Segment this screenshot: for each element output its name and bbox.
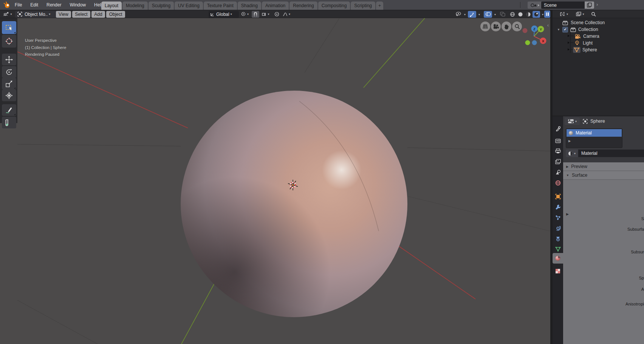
- tab-scene[interactable]: [553, 167, 563, 177]
- axis-ball-negz[interactable]: [532, 40, 537, 45]
- gizmo-dropdown-chevron[interactable]: ▾: [478, 13, 480, 16]
- new-scene-button[interactable]: [585, 2, 594, 9]
- camera-view-button[interactable]: [491, 22, 501, 31]
- slot-list-expander[interactable]: ▶: [568, 139, 571, 143]
- material-browse-button[interactable]: ▾: [566, 150, 578, 157]
- tab-texture[interactable]: [553, 266, 563, 276]
- editor-type-properties-button[interactable]: ▾: [565, 117, 580, 125]
- tab-object[interactable]: [553, 191, 563, 201]
- outliner-row-sphere[interactable]: Sphere: [553, 46, 644, 53]
- region-collapse-chevron[interactable]: ‹: [547, 23, 549, 28]
- tab-layout[interactable]: Layout: [101, 2, 122, 10]
- 3d-viewport[interactable]: User Perspective (1) Collection | Sphere…: [0, 18, 550, 344]
- menu-render[interactable]: Render: [42, 2, 65, 8]
- shading-wireframe-button[interactable]: [509, 11, 516, 18]
- tab-render[interactable]: [553, 136, 563, 145]
- tab-particles[interactable]: [553, 213, 563, 222]
- tab-texture-paint[interactable]: Texture Paint: [204, 2, 237, 10]
- collection-checkbox[interactable]: ✔: [562, 27, 568, 32]
- tab-rendering[interactable]: Rendering: [289, 2, 317, 10]
- material-slot-selected[interactable]: Material: [567, 129, 622, 137]
- breadcrumb-object[interactable]: Sphere: [590, 119, 605, 124]
- outliner-search-icon[interactable]: [590, 11, 596, 17]
- active-object-text: (1) Collection | Sphere: [25, 44, 66, 51]
- add-menu-button[interactable]: Add: [91, 11, 105, 18]
- pan-view-button[interactable]: [502, 22, 511, 31]
- tab-sculpting[interactable]: Sculpting: [149, 2, 174, 10]
- tab-compositing[interactable]: Compositing: [318, 2, 350, 10]
- outliner-display-mode-dropdown[interactable]: ▾: [574, 11, 587, 17]
- tab-world[interactable]: [553, 178, 563, 188]
- editor-type-3dview-button[interactable]: ▾: [2, 11, 14, 17]
- blender-window: File Edit Render Window Help Layout Mode…: [0, 0, 644, 344]
- snap-magnet-toggle[interactable]: [252, 11, 259, 18]
- axis-ball-negx[interactable]: [523, 28, 528, 33]
- editor-type-outliner-button[interactable]: ▾: [558, 11, 570, 17]
- tool-select-box[interactable]: [2, 21, 16, 34]
- snap-target-dropdown[interactable]: ▾: [260, 11, 271, 18]
- menu-edit[interactable]: Edit: [26, 2, 42, 8]
- scene-extras-chevron[interactable]: ›: [596, 2, 598, 7]
- surface-node-expander[interactable]: ▶: [566, 212, 569, 216]
- add-workspace-button[interactable]: +: [376, 2, 383, 10]
- axis-ball-negy[interactable]: [525, 40, 530, 45]
- tool-annotate[interactable]: [2, 104, 16, 116]
- pause-render-button[interactable]: [544, 11, 550, 18]
- outliner-row-collection[interactable]: ▼ ✔ Collection: [553, 26, 644, 33]
- shading-solid-button[interactable]: [517, 11, 524, 18]
- proportional-falloff-dropdown[interactable]: ▾: [281, 11, 292, 18]
- tool-transform[interactable]: [2, 89, 16, 101]
- object-visibility-button[interactable]: [454, 11, 463, 18]
- show-gizmo-toggle[interactable]: [468, 11, 476, 18]
- tool-move[interactable]: [2, 54, 16, 65]
- tool-scale[interactable]: [2, 78, 16, 89]
- tab-tool[interactable]: [553, 124, 563, 134]
- tool-measure[interactable]: [2, 117, 16, 128]
- pivot-point-dropdown[interactable]: ▾: [240, 11, 250, 18]
- scene-browse-button[interactable]: [528, 2, 541, 9]
- shading-rendered-button[interactable]: [533, 11, 540, 18]
- transform-orientation-dropdown[interactable]: Global ▾: [209, 11, 239, 18]
- outliner-row-scene-collection[interactable]: Scene Collection: [553, 19, 644, 26]
- tab-uv-editing[interactable]: UV Editing: [175, 2, 203, 10]
- view-menu-button[interactable]: View: [56, 11, 71, 18]
- scene-name-field[interactable]: Scene: [541, 2, 587, 9]
- tab-material[interactable]: [553, 253, 563, 264]
- show-overlays-toggle[interactable]: [484, 11, 492, 18]
- blender-logo-icon[interactable]: [3, 1, 11, 9]
- tab-scripting[interactable]: Scripting: [351, 2, 375, 10]
- shading-material-preview-button[interactable]: [525, 11, 532, 18]
- menu-window[interactable]: Window: [65, 2, 90, 8]
- object-menu-button[interactable]: Object: [106, 11, 125, 18]
- axis-label-z: Z: [533, 27, 536, 31]
- proportional-editing-toggle[interactable]: [273, 11, 280, 18]
- preview-section-header[interactable]: ▶ Preview: [563, 162, 644, 171]
- surface-section-header[interactable]: ▼ Surface: [563, 171, 644, 180]
- tab-modifiers[interactable]: [553, 202, 563, 212]
- xray-toggle[interactable]: [499, 11, 506, 18]
- perspective-toggle-button[interactable]: [480, 22, 490, 31]
- expand-triangle-icon[interactable]: ▼: [557, 28, 560, 31]
- shading-dropdown-chevron[interactable]: ▾: [542, 13, 543, 16]
- select-menu-button[interactable]: Select: [72, 11, 90, 18]
- camera-icon: [493, 24, 499, 29]
- outliner-row-light[interactable]: Light: [553, 40, 644, 46]
- menu-file[interactable]: File: [11, 2, 26, 8]
- tab-view-layer[interactable]: [553, 157, 563, 167]
- outliner-row-camera[interactable]: Camera: [553, 33, 644, 40]
- material-name-field[interactable]: Material: [578, 150, 644, 157]
- tab-animation[interactable]: Animation: [262, 2, 289, 10]
- tab-constraints[interactable]: [553, 234, 563, 244]
- overlays-dropdown-chevron[interactable]: ▾: [494, 13, 496, 16]
- tab-shading[interactable]: Shading: [238, 2, 261, 10]
- axis-navigation-gizmo[interactable]: Z Y X: [520, 23, 550, 48]
- tool-rotate[interactable]: [2, 66, 16, 78]
- tab-output[interactable]: [553, 146, 563, 156]
- surface-property-label: Sp: [639, 276, 644, 280]
- tab-modeling[interactable]: Modeling: [122, 2, 148, 10]
- tab-physics[interactable]: [553, 223, 563, 233]
- mode-dropdown[interactable]: Object Mo.. ▾: [15, 11, 62, 18]
- tool-cursor[interactable]: [2, 35, 16, 48]
- scene-name: Scene: [544, 3, 557, 8]
- visibility-dropdown-chevron[interactable]: ▾: [464, 13, 466, 16]
